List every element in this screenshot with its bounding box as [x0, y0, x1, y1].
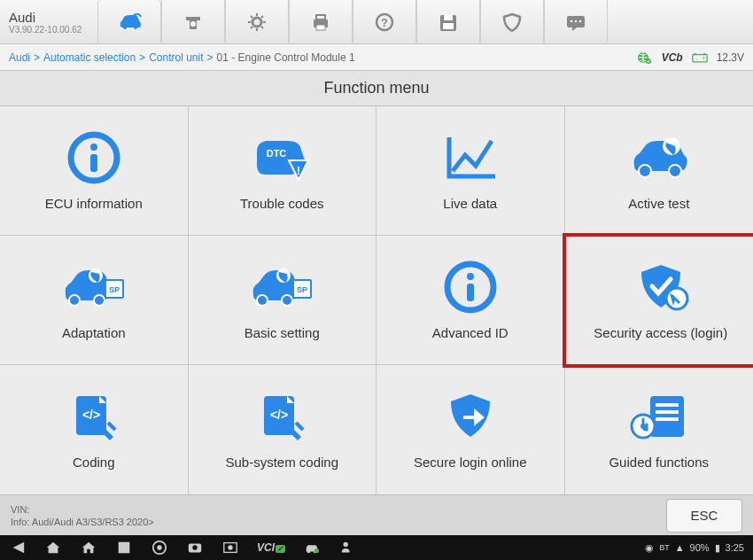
- function-advanced[interactable]: Advanced ID: [376, 236, 565, 365]
- svg-point-46: [571, 19, 573, 22]
- function-subsys[interactable]: Sub-system coding: [189, 365, 377, 494]
- info-icon: [439, 260, 502, 315]
- nav-camera-icon[interactable]: [186, 540, 204, 556]
- help-button[interactable]: ?: [353, 0, 416, 44]
- function-secure-login[interactable]: Secure login online: [376, 365, 565, 494]
- nav-vehicle-icon[interactable]: [303, 540, 321, 556]
- battery-percent: 90%: [690, 542, 710, 553]
- nav-account-icon[interactable]: [338, 540, 356, 556]
- function-label: Adaptation: [62, 325, 126, 341]
- nav-home-icon[interactable]: [44, 540, 62, 556]
- settings-icon: [245, 12, 269, 33]
- info-text: VIN: Info: Audi/Audi A3/S3/RS3 2020>: [11, 504, 666, 527]
- function-ecu-info[interactable]: ECU information: [0, 106, 189, 236]
- function-label: Coding: [73, 455, 115, 471]
- bt-icon: BT: [659, 543, 670, 552]
- nav-garage-icon[interactable]: [80, 540, 97, 556]
- shield-button[interactable]: [480, 0, 544, 44]
- header-version: V3.90.22-10.00.62: [9, 25, 97, 35]
- function-coding[interactable]: Coding: [0, 365, 189, 494]
- nav-recent-icon[interactable]: [115, 540, 133, 556]
- breadcrumb-segment[interactable]: Audi: [9, 51, 30, 64]
- info-strip: VIN: Info: Audi/Audi A3/S3/RS3 2020> ESC: [0, 494, 753, 535]
- service-icon: [181, 12, 206, 33]
- car-sp-icon: [62, 260, 126, 315]
- nav-vci-label[interactable]: VCI✓: [257, 541, 285, 554]
- voltage-value: 12.3V: [717, 51, 744, 64]
- globe-status-icon: [637, 51, 653, 64]
- breadcrumb-segment[interactable]: Automatic selection: [43, 51, 136, 64]
- svg-point-47: [575, 19, 578, 22]
- app-header: Audi V3.90.22-10.00.62 ?: [0, 0, 753, 44]
- svg-point-35: [190, 21, 196, 27]
- breadcrumb: Audi > Automatic selection > Control uni…: [9, 51, 637, 64]
- page-title: Function menu: [0, 71, 753, 106]
- function-grid-wrap: ECU information Trouble codes Live data …: [0, 106, 753, 494]
- chat-button[interactable]: [544, 0, 608, 44]
- svg-text:-: -: [696, 55, 698, 61]
- wifi-icon: ▲: [675, 542, 685, 553]
- function-trouble[interactable]: Trouble codes: [189, 106, 377, 236]
- code-doc-icon: [62, 389, 126, 444]
- function-label: Live data: [443, 196, 497, 212]
- print-button[interactable]: [289, 0, 353, 44]
- function-label: Active test: [628, 196, 689, 212]
- chat-icon: [563, 12, 588, 33]
- svg-point-50: [646, 58, 651, 64]
- function-guided[interactable]: Guided functions: [565, 365, 754, 494]
- battery-icon: ▮: [715, 542, 720, 554]
- breadcrumb-segment: 01 - Engine Control Module 1: [217, 51, 355, 64]
- status-area: VCb -+ 12.3V: [637, 51, 744, 64]
- svg-point-56: [314, 548, 319, 553]
- breadcrumb-row: Audi > Automatic selection > Control uni…: [0, 44, 753, 71]
- function-label: Sub-system coding: [225, 455, 338, 471]
- function-label: Security access (login): [594, 325, 727, 341]
- info-icon: [62, 130, 126, 185]
- save-icon: [436, 12, 461, 33]
- settings-button[interactable]: [225, 0, 289, 44]
- system-nav-bar: VCI✓ ◉ BT ▲ 90% ▮ 3:25: [0, 535, 753, 560]
- header-title-block: Audi V3.90.22-10.00.62: [0, 10, 97, 35]
- nav-back-icon[interactable]: [9, 540, 27, 556]
- car-sp-icon: [250, 260, 314, 315]
- svg-point-33: [123, 26, 127, 29]
- breadcrumb-segment[interactable]: Control unit: [149, 51, 203, 64]
- svg-text:?: ?: [381, 16, 388, 29]
- vci-status-label: VCb: [662, 51, 683, 64]
- svg-rect-43: [444, 15, 453, 20]
- function-adaptation[interactable]: Adaptation: [0, 236, 189, 365]
- function-label: Guided functions: [609, 455, 709, 471]
- location-icon: ◉: [645, 542, 654, 554]
- system-status: ◉ BT ▲ 90% ▮ 3:25: [645, 542, 744, 554]
- service-button[interactable]: [161, 0, 225, 44]
- function-label: Advanced ID: [432, 325, 508, 341]
- print-icon: [308, 12, 333, 33]
- car-diag-button[interactable]: [97, 0, 161, 44]
- help-icon: ?: [372, 12, 397, 33]
- svg-point-48: [579, 19, 582, 22]
- nav-browser-icon[interactable]: [151, 540, 168, 556]
- function-live-data[interactable]: Live data: [376, 106, 565, 236]
- save-button[interactable]: [416, 0, 480, 44]
- svg-rect-38: [316, 15, 325, 19]
- car-wrench-icon: [627, 130, 691, 185]
- function-label: ECU information: [45, 196, 143, 212]
- breadcrumb-separator: >: [34, 51, 40, 64]
- shield-click-icon: [629, 260, 693, 315]
- shield-arrow-icon: [439, 389, 502, 444]
- chart-icon: [439, 130, 502, 185]
- header-title: Audi: [9, 10, 97, 25]
- function-active-test[interactable]: Active test: [565, 106, 754, 236]
- car-diag-icon: [117, 12, 142, 33]
- esc-button[interactable]: ESC: [666, 499, 742, 533]
- function-security[interactable]: Security access (login): [563, 233, 754, 368]
- svg-point-36: [252, 18, 261, 27]
- function-basic[interactable]: Basic setting: [189, 236, 377, 365]
- svg-text:+: +: [702, 55, 705, 61]
- breadcrumb-separator: >: [139, 51, 145, 64]
- nav-brightness-icon[interactable]: [221, 540, 239, 556]
- function-grid: ECU information Trouble codes Live data …: [0, 106, 753, 494]
- list-hand-icon: [627, 389, 691, 444]
- vehicle-info-line: Info: Audi/Audi A3/S3/RS3 2020>: [11, 517, 666, 527]
- function-label: Basic setting: [245, 325, 320, 341]
